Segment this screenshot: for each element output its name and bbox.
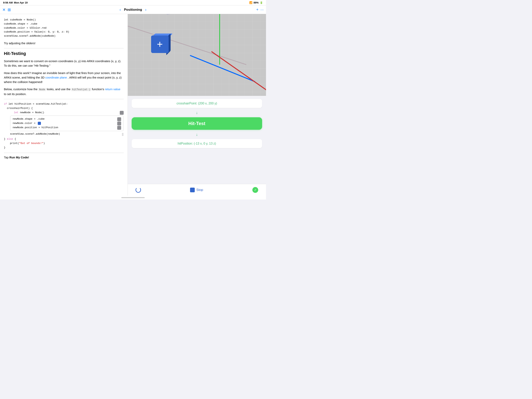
code-line-4: sceneView.scene?.addNode(newNode) ⣿	[4, 132, 124, 137]
toolbar-left: ✕ ⊞	[2, 7, 68, 12]
run-button-3[interactable]	[117, 122, 121, 125]
drag-handle[interactable]: ⣿	[122, 132, 124, 137]
wifi-icon: 📶	[249, 1, 252, 4]
home-bar	[121, 197, 145, 198]
status-left: 9:56 AM Mon Apr 19	[3, 1, 28, 4]
battery-icon: 🔋	[260, 1, 263, 4]
status-right: 📶 89% 🔋	[249, 1, 263, 4]
indent-line-3: newNode.position = hitPosition	[13, 125, 121, 130]
time: 9:56 AM	[3, 1, 13, 4]
run-button-1[interactable]	[120, 111, 124, 115]
code-line-7: }	[4, 146, 124, 150]
home-indicator	[0, 196, 266, 200]
page-title: Positioning	[124, 8, 142, 12]
arrow-down-2: ↓	[132, 133, 262, 136]
indent-text-1: newNode.shape = .cube	[13, 117, 116, 121]
code-text-5: } else {	[4, 137, 124, 141]
code-text-4: sceneView.scene?.addNode(newNode)	[4, 132, 120, 136]
divider-1	[4, 48, 124, 48]
code-line-6: print("Out of bounds!")	[4, 141, 124, 146]
hit-test-button[interactable]: Hit-Test	[132, 117, 262, 130]
indent-text-2: newNode.color =	[13, 121, 116, 125]
hit-test-para-3: Below, customize how the Node looks, and…	[4, 87, 124, 96]
sidebar-toggle-button[interactable]: ⊞	[8, 7, 11, 12]
hit-test-p3d: to set its position.	[4, 92, 26, 96]
hit-test-p3c: function's	[92, 87, 104, 91]
code-text-1: if let hitPosition = sceneView.hitTest(a…	[4, 102, 124, 106]
ar-grid	[128, 14, 266, 96]
indent-line-1: newNode.shape = .cube	[13, 117, 121, 121]
code-text-7: }	[4, 146, 124, 150]
crosshair-point-box: crosshairPoint: (200 x, 200 y)	[132, 99, 262, 108]
hittest-func-inline-code: hitTest(at:)	[71, 88, 91, 91]
code-block-2: if let hitPosition = sceneView.hitTest(a…	[4, 102, 124, 150]
ar-view: +	[128, 14, 266, 96]
hit-test-para-1: Sometimes we want to convert on-screen c…	[4, 59, 124, 68]
indent-text-3: newNode.position = hitPosition	[13, 125, 116, 130]
code-line-1: if let hitPosition = sceneView.hitTest(a…	[4, 102, 124, 106]
more-button[interactable]: ···	[260, 7, 264, 12]
run-button-4[interactable]	[117, 126, 121, 130]
hit-testing-heading: Hit-Testing	[4, 51, 124, 56]
return-value-link[interactable]: return value	[105, 87, 120, 91]
check-icon: ✓	[252, 187, 258, 193]
arrow-down-1: ↓	[132, 111, 262, 115]
spinner-icon	[136, 187, 141, 193]
hit-test-p3b: looks, and use the	[47, 87, 70, 91]
hit-position-text: hitPosition: (-13 x, 0 y, 13 z)	[177, 142, 216, 145]
toolbar: ✕ ⊞ ‹ Positioning › + ···	[0, 6, 266, 14]
left-pane: let cubeNode = Node() cubeNode.shape = .…	[0, 14, 128, 196]
bottom-bar: Stop ✓	[128, 184, 266, 196]
date: Mon Apr 19	[14, 1, 27, 4]
cube-face-front: +	[151, 35, 169, 53]
cube-plus-icon: +	[157, 39, 163, 49]
hit-test-button-label: Hit-Test	[188, 121, 205, 126]
hit-test-p3a: Below, customize how the	[4, 87, 38, 91]
hit-position-box: hitPosition: (-13 x, 0 y, 13 z)	[132, 139, 262, 148]
adjust-text: Try adjusting the sliders!	[4, 41, 124, 45]
code-line-5: } else {	[4, 137, 124, 141]
tap-text-bold: Run My Code!	[9, 156, 29, 159]
stop-group[interactable]: Stop	[190, 188, 203, 192]
divider-2	[4, 99, 124, 99]
coordinate-plane-link[interactable]: coordinate plane	[45, 76, 67, 79]
code-text-6: print("Out of bounds!")	[4, 141, 124, 146]
back-arrow[interactable]: ‹	[118, 7, 122, 12]
code-text-3: let newNode = Node()	[8, 110, 118, 115]
cube-3d: +	[149, 33, 171, 55]
color-swatch[interactable]	[38, 122, 41, 125]
toolbar-right: + ···	[198, 7, 264, 12]
indent-line-2: newNode.color =	[13, 121, 121, 125]
node-inline-code: Node	[38, 88, 46, 91]
add-button[interactable]: +	[256, 7, 259, 12]
panel-area: crosshairPoint: (200 x, 200 y) ↓ Hit-Tes…	[128, 96, 266, 184]
hit-test-para-2: How does this work? Imagine an invisible…	[4, 71, 124, 84]
tap-run-text: Tap Run My Code!	[4, 156, 124, 159]
code-block-1: let cubeNode = Node() cubeNode.shape = .…	[4, 18, 124, 38]
battery-level: 89%	[253, 1, 259, 4]
code-text-2: crosshairPoint) {	[4, 106, 124, 110]
tap-text-1: Tap	[4, 156, 9, 159]
toolbar-center: ‹ Positioning ›	[68, 7, 198, 12]
stop-icon[interactable]	[190, 188, 195, 192]
divider-3	[4, 153, 124, 153]
status-bar: 9:56 AM Mon Apr 19 📶 89% 🔋	[0, 0, 266, 6]
code-line-3: let newNode = Node()	[8, 110, 124, 115]
indented-code-box: newNode.shape = .cube newNode.color = ne…	[10, 116, 124, 131]
code-line-2: crosshairPoint) {	[4, 106, 124, 110]
right-pane: + crosshairPoint: (200 x, 200 y) ↓ Hit-T…	[128, 14, 266, 196]
checkmark: ✓	[254, 188, 257, 192]
main-layout: let cubeNode = Node() cubeNode.shape = .…	[0, 14, 266, 196]
stop-label[interactable]: Stop	[196, 188, 203, 192]
close-button[interactable]: ✕	[2, 7, 6, 12]
forward-arrow[interactable]: ›	[144, 7, 148, 12]
crosshair-point-text: crosshairPoint: (200 x, 200 y)	[177, 102, 217, 105]
run-button-2[interactable]	[117, 117, 121, 121]
